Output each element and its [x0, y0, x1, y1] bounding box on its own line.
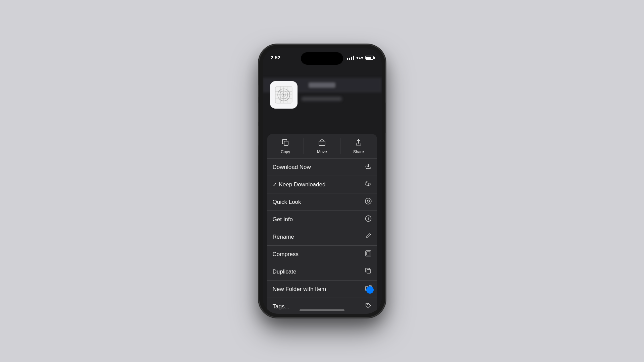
move-action[interactable]: Move	[304, 134, 340, 158]
svg-rect-22	[367, 269, 371, 273]
compress-icon	[365, 250, 372, 258]
context-menu: Copy Move	[267, 134, 377, 314]
compress-label: Compress	[273, 251, 362, 258]
power-button[interactable]	[385, 103, 386, 133]
status-icons: ▾▴▾	[347, 55, 374, 60]
volume-up-button[interactable]	[258, 103, 259, 122]
quick-look-label: Quick Look	[273, 199, 362, 205]
duplicate-label: Duplicate	[273, 268, 362, 275]
get-info-icon	[365, 215, 372, 224]
svg-point-15	[365, 198, 371, 204]
phone-frame: 2:52 ▾▴▾	[259, 45, 385, 317]
signal-icon	[347, 56, 354, 60]
tags-item[interactable]: Tags...	[267, 298, 377, 314]
move-icon	[318, 139, 326, 148]
action-row: Copy Move	[267, 134, 377, 159]
keep-downloaded-check: ✓	[273, 182, 277, 188]
screen: 2:52 ▾▴▾	[263, 48, 382, 314]
share-label: Share	[353, 149, 364, 154]
rename-item[interactable]: Rename	[267, 228, 377, 246]
mute-button[interactable]	[258, 85, 259, 97]
new-folder-item[interactable]: New Folder with Item	[267, 281, 377, 298]
svg-point-12	[283, 94, 284, 96]
dynamic-island	[301, 52, 343, 65]
quick-look-icon	[365, 198, 372, 206]
download-now-label: Download Now	[273, 164, 362, 171]
wifi-icon: ▾▴▾	[356, 55, 363, 60]
home-indicator[interactable]	[300, 309, 344, 311]
svg-point-24	[367, 304, 367, 305]
duplicate-item[interactable]: Duplicate	[267, 263, 377, 281]
svg-rect-13	[284, 141, 288, 145]
file-icon[interactable]	[270, 81, 298, 109]
tags-label: Tags...	[273, 303, 362, 310]
compass-grid-icon	[274, 85, 294, 105]
copy-label: Copy	[281, 149, 290, 154]
quick-look-item[interactable]: Quick Look	[267, 193, 377, 211]
duplicate-icon	[365, 267, 372, 276]
tags-icon	[365, 302, 372, 311]
svg-rect-21	[367, 252, 370, 255]
copy-icon	[282, 139, 289, 148]
notification-dot	[366, 286, 374, 294]
svg-rect-14	[319, 141, 325, 145]
keep-downloaded-icon	[365, 180, 372, 189]
svg-point-17	[367, 200, 368, 201]
new-folder-label: New Folder with Item	[273, 286, 362, 293]
battery-icon	[365, 56, 374, 60]
keep-downloaded-label: Keep Downloaded	[279, 181, 362, 188]
rename-label: Rename	[273, 234, 362, 240]
volume-down-button[interactable]	[258, 126, 259, 145]
keep-downloaded-item[interactable]: ✓ Keep Downloaded	[267, 176, 377, 193]
svg-point-16	[367, 200, 369, 202]
get-info-label: Get Info	[273, 216, 362, 223]
filename-blur	[302, 97, 342, 101]
compress-item[interactable]: Compress	[267, 246, 377, 263]
get-info-item[interactable]: Get Info	[267, 211, 377, 228]
copy-action[interactable]: Copy	[267, 134, 304, 158]
share-icon	[355, 139, 362, 148]
move-label: Move	[317, 149, 327, 154]
rename-icon	[365, 233, 372, 241]
svg-point-19	[368, 217, 369, 218]
share-action[interactable]: Share	[340, 134, 377, 158]
download-now-icon	[365, 163, 372, 171]
download-now-item[interactable]: Download Now	[267, 159, 377, 176]
status-time: 2:52	[271, 55, 280, 60]
